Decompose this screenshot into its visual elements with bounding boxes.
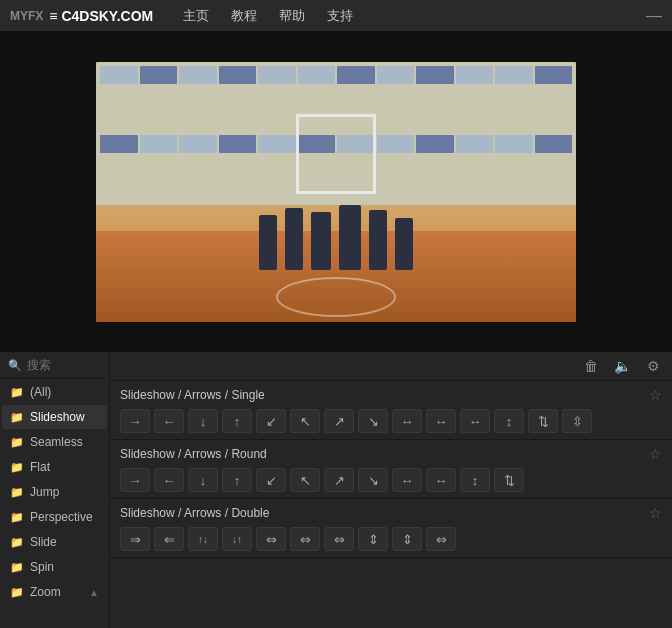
sidebar-item-slideshow[interactable]: 📁 Slideshow bbox=[2, 405, 107, 429]
sidebar-item-all[interactable]: 📁 (All) bbox=[2, 380, 107, 404]
window bbox=[179, 135, 217, 153]
folder-icon: 📁 bbox=[10, 561, 24, 574]
favorite-button[interactable]: ☆ bbox=[649, 446, 662, 462]
window bbox=[219, 135, 257, 153]
nav-tutorial[interactable]: 教程 bbox=[221, 3, 267, 29]
double-arrow-h4[interactable]: ⇔ bbox=[426, 527, 456, 551]
section-arrows-single: Slideshow / Arrows / Single ☆ → ← ↓ ↑ ↙ … bbox=[110, 381, 672, 440]
sidebar-item-slide[interactable]: 📁 Slide bbox=[2, 530, 107, 554]
arrow-up[interactable]: ↑ bbox=[222, 409, 252, 433]
minimize-button[interactable]: — bbox=[646, 7, 662, 25]
sidebar-item-zoom[interactable]: 📁 Zoom ▲ bbox=[2, 580, 107, 604]
double-arrow-v1[interactable]: ⇕ bbox=[358, 527, 388, 551]
sidebar-item-spin[interactable]: 📁 Spin bbox=[2, 555, 107, 579]
sidebar-item-jump[interactable]: 📁 Jump bbox=[2, 480, 107, 504]
toolbar: 🗑 🔈 ⚙ bbox=[110, 352, 672, 381]
brand: MYFX ≡ C4DSKY.COM bbox=[10, 8, 153, 24]
round-arrow-down-right[interactable]: ↘ bbox=[358, 468, 388, 492]
icon-grid-single: → ← ↓ ↑ ↙ ↖ ↗ ↘ ↔ ↔ ↔ ↕ ⇅ ⇳ bbox=[120, 409, 662, 433]
search-input[interactable] bbox=[27, 358, 97, 372]
people-group bbox=[259, 205, 413, 270]
arrow-updown[interactable]: ⇅ bbox=[528, 409, 558, 433]
double-arrow-downup[interactable]: ↓↑ bbox=[222, 527, 252, 551]
round-arrow-h[interactable]: ↔ bbox=[392, 468, 422, 492]
round-arrow-h2[interactable]: ↔ bbox=[426, 468, 456, 492]
section-arrows-round: Slideshow / Arrows / Round ☆ → ← ↓ ↑ ↙ ↖… bbox=[110, 440, 672, 499]
window bbox=[377, 135, 415, 153]
arrow-down-left[interactable]: ↙ bbox=[256, 409, 286, 433]
double-arrow-v2[interactable]: ⇕ bbox=[392, 527, 422, 551]
window bbox=[140, 135, 178, 153]
arrow-right[interactable]: → bbox=[120, 409, 150, 433]
folder-icon: 📁 bbox=[10, 411, 24, 424]
person bbox=[395, 218, 413, 270]
round-arrow-up-left[interactable]: ↖ bbox=[290, 468, 320, 492]
basketball-hoop bbox=[296, 114, 376, 194]
arrow-down[interactable]: ↓ bbox=[188, 409, 218, 433]
folder-icon: 📁 bbox=[10, 436, 24, 449]
arrow-horizontal[interactable]: ↔ bbox=[392, 409, 422, 433]
arrow-horizontal-2[interactable]: ↔ bbox=[426, 409, 456, 433]
sound-button[interactable]: 🔈 bbox=[610, 356, 635, 376]
search-icon: 🔍 bbox=[8, 359, 22, 372]
window bbox=[258, 66, 296, 84]
sidebar-label: (All) bbox=[30, 385, 51, 399]
sidebar-item-perspective[interactable]: 📁 Perspective bbox=[2, 505, 107, 529]
section-header: Slideshow / Arrows / Single ☆ bbox=[120, 387, 662, 403]
person bbox=[339, 205, 361, 270]
arrow-left[interactable]: ← bbox=[154, 409, 184, 433]
round-arrow-right[interactable]: → bbox=[120, 468, 150, 492]
favorite-button[interactable]: ☆ bbox=[649, 505, 662, 521]
arrow-up-left[interactable]: ↖ bbox=[290, 409, 320, 433]
double-arrow-updown[interactable]: ↑↓ bbox=[188, 527, 218, 551]
delete-button[interactable]: 🗑 bbox=[580, 356, 602, 376]
arrow-vertical[interactable]: ↕ bbox=[494, 409, 524, 433]
window bbox=[416, 135, 454, 153]
round-arrow-down-left[interactable]: ↙ bbox=[256, 468, 286, 492]
arrow-horizontal-3[interactable]: ↔ bbox=[460, 409, 490, 433]
sidebar-label: Slideshow bbox=[30, 410, 85, 424]
chevron-down-icon: ▲ bbox=[89, 587, 99, 598]
favorite-button[interactable]: ☆ bbox=[649, 387, 662, 403]
window bbox=[337, 66, 375, 84]
window bbox=[535, 66, 573, 84]
sidebar: 🔍 📁 (All) 📁 Slideshow 📁 Seamless 📁 Flat … bbox=[0, 352, 110, 628]
sidebar-label: Spin bbox=[30, 560, 54, 574]
folder-icon: 📁 bbox=[10, 536, 24, 549]
court-circle bbox=[276, 277, 396, 317]
round-arrow-updown[interactable]: ⇅ bbox=[494, 468, 524, 492]
arrow-expand[interactable]: ⇳ bbox=[562, 409, 592, 433]
sidebar-item-seamless[interactable]: 📁 Seamless bbox=[2, 430, 107, 454]
arrow-up-right[interactable]: ↗ bbox=[324, 409, 354, 433]
window bbox=[258, 135, 296, 153]
sidebar-label: Seamless bbox=[30, 435, 83, 449]
window bbox=[140, 66, 178, 84]
person bbox=[311, 212, 331, 270]
round-arrow-v[interactable]: ↕ bbox=[460, 468, 490, 492]
round-arrow-up[interactable]: ↑ bbox=[222, 468, 252, 492]
arrow-down-right[interactable]: ↘ bbox=[358, 409, 388, 433]
settings-button[interactable]: ⚙ bbox=[643, 356, 664, 376]
double-arrow-right[interactable]: ⇒ bbox=[120, 527, 150, 551]
round-arrow-down[interactable]: ↓ bbox=[188, 468, 218, 492]
double-arrow-left[interactable]: ⇐ bbox=[154, 527, 184, 551]
sidebar-item-flat[interactable]: 📁 Flat bbox=[2, 455, 107, 479]
nav-support[interactable]: 支持 bbox=[317, 3, 363, 29]
round-arrow-up-right[interactable]: ↗ bbox=[324, 468, 354, 492]
double-arrow-h3[interactable]: ⇔ bbox=[324, 527, 354, 551]
myfx-label: MYFX bbox=[10, 9, 43, 23]
window bbox=[456, 135, 494, 153]
nav-help[interactable]: 帮助 bbox=[269, 3, 315, 29]
main-content: 🗑 🔈 ⚙ Slideshow / Arrows / Single ☆ → ← … bbox=[110, 352, 672, 628]
double-arrow-h2[interactable]: ⇔ bbox=[290, 527, 320, 551]
section-arrows-double: Slideshow / Arrows / Double ☆ ⇒ ⇐ ↑↓ ↓↑ … bbox=[110, 499, 672, 558]
round-arrow-left[interactable]: ← bbox=[154, 468, 184, 492]
section-header: Slideshow / Arrows / Double ☆ bbox=[120, 505, 662, 521]
sidebar-label: Flat bbox=[30, 460, 50, 474]
window bbox=[298, 66, 336, 84]
icon-grid-double: ⇒ ⇐ ↑↓ ↓↑ ⇔ ⇔ ⇔ ⇕ ⇕ ⇔ bbox=[120, 527, 662, 551]
nav-tabs: 主页 教程 帮助 支持 bbox=[173, 3, 363, 29]
sidebar-label: Zoom bbox=[30, 585, 61, 599]
double-arrow-h1[interactable]: ⇔ bbox=[256, 527, 286, 551]
nav-home[interactable]: 主页 bbox=[173, 3, 219, 29]
